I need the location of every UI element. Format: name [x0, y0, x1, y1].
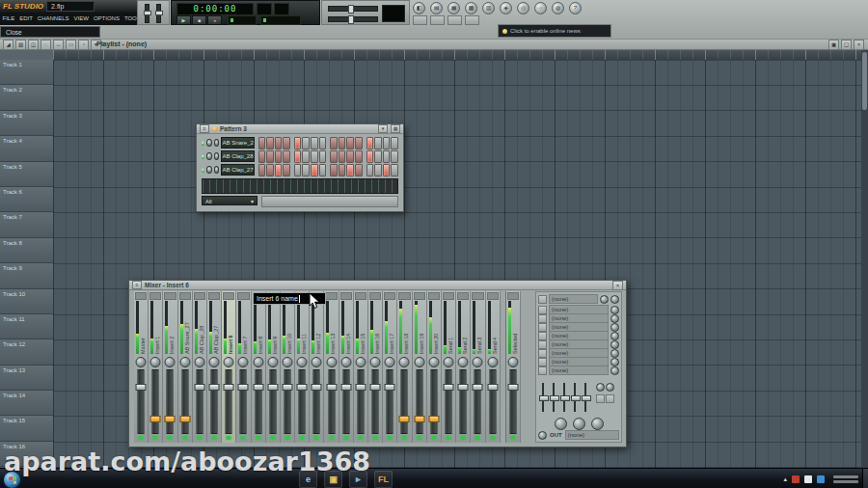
strip-fader[interactable]: [460, 369, 467, 434]
strip-enable-led[interactable]: [270, 436, 275, 440]
step-cell[interactable]: [294, 150, 302, 163]
strip-fader-handle[interactable]: [253, 384, 263, 391]
playlist-track[interactable]: Track 2: [0, 85, 53, 110]
step-cell[interactable]: [339, 137, 346, 149]
fx-slot-menu-button[interactable]: [538, 358, 547, 366]
strip-fader-handle[interactable]: [399, 416, 410, 422]
playlist-track[interactable]: Track 15: [0, 416, 53, 441]
strip-select-button[interactable]: [507, 292, 519, 300]
delete-tool-icon[interactable]: ◫: [28, 40, 39, 50]
strip-pan-knob[interactable]: [458, 357, 469, 367]
strip-select-button[interactable]: [369, 292, 381, 300]
channel-name-button[interactable]: AB Clap_27: [221, 164, 254, 176]
eq-band-slider[interactable]: [542, 383, 544, 412]
strip-pan-knob[interactable]: [399, 357, 410, 367]
strip-enable-led[interactable]: [153, 436, 158, 440]
channel-enable-led[interactable]: [202, 141, 204, 146]
step-cell[interactable]: [294, 137, 302, 149]
mixer-strip[interactable]: Send 3: [471, 291, 485, 443]
strip-pan-knob[interactable]: [385, 357, 395, 367]
strip-pan-knob[interactable]: [224, 357, 234, 367]
channel-group-selector[interactable]: All ▾: [202, 196, 258, 205]
mixer-strip[interactable]: Insert 17: [383, 291, 397, 443]
step-cell[interactable]: [311, 137, 318, 149]
strip-enable-led[interactable]: [490, 436, 495, 440]
step-cell[interactable]: [339, 164, 346, 176]
strip-select-button[interactable]: [208, 292, 220, 300]
strip-pan-knob[interactable]: [267, 357, 278, 367]
strip-enable-led[interactable]: [300, 436, 305, 440]
tray-app-icon-red[interactable]: [792, 475, 800, 483]
step-cell[interactable]: [319, 137, 327, 149]
strip-select-button[interactable]: [414, 292, 425, 300]
strip-fader[interactable]: [342, 369, 349, 434]
strip-select-button[interactable]: [443, 292, 454, 300]
app-titlebar[interactable]: FL STUDIO 2.flp: [0, 0, 137, 13]
strip-fader-handle[interactable]: [444, 384, 454, 391]
send-level-knob[interactable]: [591, 418, 604, 430]
strip-enable-led[interactable]: [241, 436, 246, 440]
strip-fader-handle[interactable]: [209, 384, 220, 391]
strip-select-button[interactable]: [149, 292, 161, 300]
mixer-strip[interactable]: Master: [134, 291, 149, 443]
strip-fader[interactable]: [489, 369, 496, 434]
step-cell[interactable]: [374, 164, 382, 176]
strip-fader-handle[interactable]: [458, 384, 469, 391]
mixer-strip[interactable]: Insert 1: [149, 291, 163, 443]
strip-enable-led[interactable]: [358, 436, 363, 440]
step-cell[interactable]: [283, 137, 290, 149]
step-cell[interactable]: [275, 164, 283, 176]
strip-enable-led[interactable]: [182, 436, 187, 440]
strip-fader-handle[interactable]: [326, 384, 337, 391]
strip-enable-led[interactable]: [212, 436, 217, 440]
step-cell[interactable]: [355, 137, 363, 149]
eq-band-box-1[interactable]: [596, 394, 605, 403]
playlist-track[interactable]: Track 10: [0, 289, 53, 314]
mixer-strip[interactable]: Insert 7: [236, 291, 251, 443]
playlist-track[interactable]: Track 4: [0, 136, 53, 161]
fx-slot-menu-button[interactable]: [538, 323, 547, 332]
strip-fader[interactable]: [196, 369, 203, 434]
strip-enable-led[interactable]: [447, 436, 451, 440]
strip-fader-handle[interactable]: [487, 384, 498, 391]
fx-slot-menu-button[interactable]: [538, 366, 547, 375]
step-cell[interactable]: [366, 137, 374, 149]
draw-tool-icon[interactable]: ◢: [3, 40, 14, 50]
strip-fader[interactable]: [372, 369, 379, 434]
fx-slot-1[interactable]: (none): [538, 306, 619, 313]
strip-fader[interactable]: [226, 369, 232, 434]
fx-dry-wet-knob[interactable]: [600, 295, 609, 304]
project-browser-button[interactable]: ◈: [500, 2, 512, 14]
mixer-strip[interactable]: Insert 11: [295, 291, 310, 443]
strip-select-button[interactable]: [179, 292, 191, 300]
output-level-knob[interactable]: [538, 431, 547, 440]
strip-enable-led[interactable]: [388, 436, 393, 440]
mixer-strip[interactable]: Insert 19: [413, 291, 427, 443]
strip-enable-led[interactable]: [197, 436, 202, 440]
strip-fader[interactable]: [167, 369, 174, 434]
strip-pan-knob[interactable]: [238, 357, 249, 367]
strip-enable-led[interactable]: [139, 436, 144, 440]
strip-fader-handle[interactable]: [340, 384, 351, 391]
strip-enable-led[interactable]: [417, 436, 421, 440]
toolbar-mini-button[interactable]: [413, 15, 427, 25]
sequencer-scrollbar[interactable]: [261, 196, 398, 207]
strip-pan-knob[interactable]: [194, 357, 204, 367]
strip-fader[interactable]: [416, 369, 422, 434]
strip-select-button[interactable]: [384, 292, 395, 300]
detach-icon[interactable]: ▣: [828, 40, 839, 50]
playlist-track[interactable]: Track 5: [0, 162, 53, 187]
menu-item-file[interactable]: FILE: [0, 13, 17, 25]
playlist-track[interactable]: Track 14: [0, 391, 53, 416]
step-sequencer-window-button[interactable]: ▤: [430, 2, 443, 14]
step-cell[interactable]: [330, 137, 338, 149]
browser-window-button[interactable]: ◧: [413, 2, 425, 14]
strip-fader[interactable]: [240, 369, 247, 434]
strip-fader[interactable]: [509, 369, 516, 434]
strip-fader[interactable]: [401, 369, 408, 434]
step-cell[interactable]: [374, 150, 382, 163]
channel-name-button[interactable]: AB Snare_27: [221, 137, 254, 149]
strip-fader-handle[interactable]: [507, 384, 518, 391]
step-cell[interactable]: [302, 150, 310, 163]
mixer-strip[interactable]: Insert 14: [339, 291, 354, 443]
